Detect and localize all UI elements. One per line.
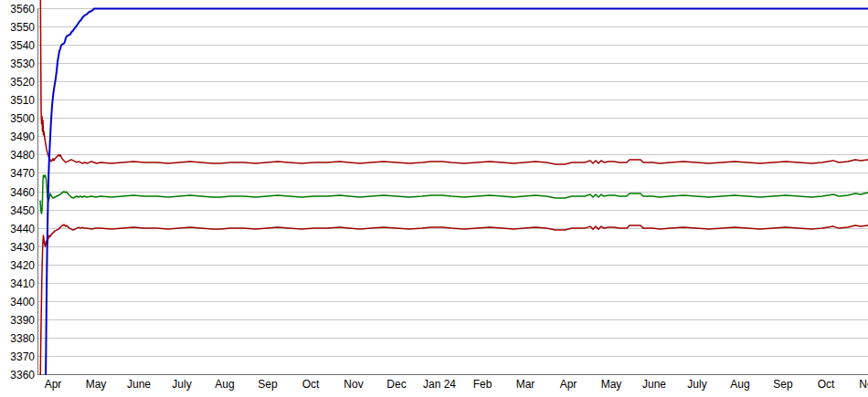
y-axis-label: 3400 [10,296,35,308]
x-axis-label: Sep [773,378,793,391]
x-axis-label: July [172,378,191,391]
series-group [40,0,868,393]
x-axis-labels: AprMayJuneJulyAugSepOctNovDecJan 24FebMa… [45,378,868,391]
x-axis-label: Apr [45,378,62,391]
x-axis-label: June [127,378,151,391]
y-axis-label: 3560 [10,3,35,16]
y-axis-label: 3470 [10,167,35,180]
y-axis-label: 3370 [10,350,35,363]
x-axis-label: Jan 24 [423,378,456,391]
x-axis-label: Sep [258,378,278,391]
y-axis-labels: 3360337033803390340034103420343034403450… [10,3,35,381]
x-axis-label: June [642,378,666,391]
x-axis-label: Dec [386,378,406,391]
x-axis-label: July [687,378,706,391]
x-axis-label: Feb [473,378,492,391]
x-axis-label: Mar [516,378,535,391]
y-axis-label: 3410 [10,277,35,290]
y-axis-label: 3430 [10,241,35,254]
y-axis-label: 3480 [10,149,35,162]
x-axis-label: May [601,378,622,391]
y-axis-label: 3360 [10,369,35,381]
y-axis-label: 3440 [10,223,35,235]
x-axis-label: Nov [344,378,363,391]
y-axis-label: 3500 [10,112,35,125]
series-lower-red-band [40,225,868,392]
x-axis-label: Oct [302,378,320,391]
x-axis-label: Nov [859,378,868,391]
x-axis-label: Oct [818,378,835,391]
x-axis-label: Aug [730,378,749,391]
y-axis-label: 3450 [10,204,35,217]
y-axis-label: 3490 [10,131,35,143]
x-axis-label: Apr [560,378,577,391]
y-axis-label: 3380 [10,332,35,345]
y-axis-label: 3420 [10,259,35,272]
chart-container: 3360337033803390340034103420343034403450… [0,0,868,397]
x-axis-label: Aug [215,378,234,391]
y-axis-label: 3460 [10,186,35,199]
y-axis-label: 3540 [10,39,35,52]
series-green-mean [40,175,868,214]
y-axis-label: 3530 [10,57,35,70]
rating-chart: 3360337033803390340034103420343034403450… [0,0,868,397]
y-axis-label: 3510 [10,94,35,107]
y-axis-label: 3390 [10,314,35,327]
gridlines [38,9,868,375]
y-axis-label: 3550 [10,21,35,34]
y-axis-label: 3520 [10,76,35,89]
x-axis-label: May [86,378,107,391]
